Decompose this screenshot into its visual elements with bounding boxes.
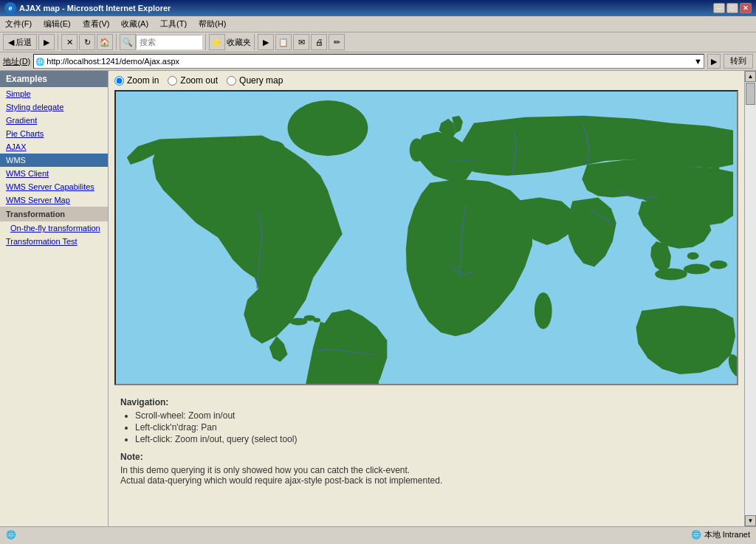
scroll-up-button[interactable]: ▲ xyxy=(745,71,756,82)
back-arrow-icon: ◀ xyxy=(8,38,14,47)
scroll-down-button[interactable]: ▼ xyxy=(745,515,756,526)
print-button[interactable]: 🖨 xyxy=(311,34,327,50)
note-title: Note: xyxy=(120,452,732,462)
main-container: Examples Simple Styling delegate Gradien… xyxy=(0,71,756,526)
sidebar-category-transformation: Transformation xyxy=(0,207,108,221)
zoom-in-label: Zoom in xyxy=(127,75,159,86)
content-scroll-area: Zoom in Zoom out Query map xyxy=(109,71,756,526)
home-button[interactable]: 🏠 xyxy=(97,34,113,50)
sidebar-item-transformation-test[interactable]: Transformation Test xyxy=(0,235,108,248)
query-map-label: Query map xyxy=(239,75,283,86)
title-bar-buttons: ─ □ ✕ xyxy=(713,3,752,13)
scroll-thumb[interactable] xyxy=(746,83,755,105)
go-button[interactable]: 转到 xyxy=(724,54,753,69)
title-bar: e AJAX map - Microsoft Internet Explorer… xyxy=(0,0,756,16)
sidebar-item-wms[interactable]: WMS xyxy=(0,154,108,167)
address-extra-icons: 转到 xyxy=(724,54,753,69)
favorites-label[interactable]: 收藏夹 xyxy=(227,37,251,48)
favorites-icon[interactable]: ⭐ xyxy=(209,34,225,50)
minimize-button[interactable]: ─ xyxy=(713,3,725,13)
zone-icon: 🌐 xyxy=(691,530,701,540)
nav-item-3: Left-click: Zoom in/out, query (select t… xyxy=(135,434,732,444)
navigation-title: Navigation: xyxy=(120,397,732,407)
scroll-track[interactable] xyxy=(745,82,756,515)
toolbar-separator-1 xyxy=(58,34,58,50)
svg-point-10 xyxy=(655,269,687,280)
sidebar-item-on-the-fly[interactable]: On-the-fly transformation xyxy=(0,221,108,235)
world-map-svg xyxy=(116,92,737,384)
zoom-in-radio[interactable] xyxy=(114,76,124,86)
sidebar-header: Examples xyxy=(0,71,108,87)
toolbar-separator-4 xyxy=(254,34,255,50)
content-area: Zoom in Zoom out Query map xyxy=(109,71,744,526)
sidebar: Examples Simple Styling delegate Gradien… xyxy=(0,71,109,526)
page-icon: 🌐 xyxy=(35,58,44,66)
note-section: Note: In this demo querying it is only s… xyxy=(120,452,732,486)
svg-point-6 xyxy=(410,138,425,162)
history-button[interactable]: 📋 xyxy=(275,34,292,50)
menu-tools[interactable]: 工具(T) xyxy=(158,18,189,30)
toolbar-separator-3 xyxy=(205,34,206,50)
world-map[interactable] xyxy=(114,90,738,385)
query-map-option[interactable]: Query map xyxy=(227,75,283,86)
search-input[interactable] xyxy=(136,35,202,49)
sidebar-item-simple[interactable]: Simple xyxy=(0,87,108,100)
title-bar-text: e AJAX map - Microsoft Internet Explorer xyxy=(4,2,171,14)
status-left: 🌐 xyxy=(6,530,19,540)
search-icon: 🔍 xyxy=(120,34,136,50)
navigation-info: Navigation: Scroll-wheel: Zoom in/out Le… xyxy=(109,391,744,492)
dropdown-arrow-icon[interactable]: ▼ xyxy=(694,57,702,66)
sidebar-item-pie-charts[interactable]: Pie Charts xyxy=(0,127,108,140)
zoom-in-option[interactable]: Zoom in xyxy=(114,75,159,86)
toolbar: ◀ 后退 ▶ ✕ ↻ 🏠 🔍 ⭐ 收藏夹 ▶ 📋 ✉ 🖨 ✏ xyxy=(0,32,756,52)
menu-edit[interactable]: 编辑(E) xyxy=(41,18,73,30)
status-icon: 🌐 xyxy=(6,530,16,540)
svg-point-13 xyxy=(687,252,699,260)
scrollbar-right[interactable]: ▲ ▼ xyxy=(744,71,756,526)
status-bar: 🌐 🌐 本地 Intranet xyxy=(0,526,756,543)
toolbar-separator-2 xyxy=(116,34,117,50)
edit-button[interactable]: ✏ xyxy=(329,34,345,50)
sidebar-item-ajax[interactable]: AJAX xyxy=(0,140,108,154)
note-text-2: Actual data-querying which would require… xyxy=(120,475,732,486)
refresh-button[interactable]: ↻ xyxy=(79,34,95,50)
nav-item-2: Left-click'n'drag: Pan xyxy=(135,422,732,433)
navigation-list: Scroll-wheel: Zoom in/out Left-click'n'd… xyxy=(135,410,732,444)
menu-file[interactable]: 文件(F) xyxy=(3,18,34,30)
svg-point-11 xyxy=(684,264,710,275)
go-arrow-icon[interactable]: ▶ xyxy=(707,54,721,69)
menu-bar: 文件(F) 编辑(E) 查看(V) 收藏(A) 工具(T) 帮助(H) xyxy=(0,16,756,32)
menu-help[interactable]: 帮助(H) xyxy=(196,18,228,30)
nav-item-1: Scroll-wheel: Zoom in/out xyxy=(135,410,732,421)
close-button[interactable]: ✕ xyxy=(740,3,752,13)
sidebar-item-wms-server-cap[interactable]: WMS Server Capabilites xyxy=(0,180,108,193)
note-text-1: In this demo querying it is only showed … xyxy=(120,465,732,475)
forward-button[interactable]: ▶ xyxy=(38,34,55,50)
search-group: 🔍 xyxy=(120,34,202,50)
query-map-radio[interactable] xyxy=(227,76,236,86)
svg-point-1 xyxy=(288,100,368,156)
sidebar-item-wms-server-map[interactable]: WMS Server Map xyxy=(0,193,108,207)
back-button[interactable]: ◀ 后退 xyxy=(3,34,37,50)
svg-point-5 xyxy=(313,318,320,323)
sidebar-item-styling-delegate[interactable]: Styling delegate xyxy=(0,100,108,114)
ie-logo: e xyxy=(4,2,16,14)
address-label: 地址(D) xyxy=(3,56,30,67)
media-button[interactable]: ▶ xyxy=(258,34,274,50)
svg-point-7 xyxy=(535,292,552,328)
maximize-button[interactable]: □ xyxy=(726,3,738,13)
svg-point-12 xyxy=(709,261,727,269)
back-label: 后退 xyxy=(16,37,32,48)
sidebar-item-gradient[interactable]: Gradient xyxy=(0,114,108,127)
mail-button[interactable]: ✉ xyxy=(293,34,309,50)
stop-button[interactable]: ✕ xyxy=(61,34,78,50)
zoom-out-option[interactable]: Zoom out xyxy=(168,75,218,86)
status-right: 🌐 本地 Intranet xyxy=(691,529,750,540)
address-bar: 地址(D) 🌐 http://localhost:1241/demo/Ajax.… xyxy=(0,52,756,71)
url-display[interactable]: http://localhost:1241/demo/Ajax.aspx xyxy=(47,57,694,66)
map-controls: Zoom in Zoom out Query map xyxy=(109,71,744,90)
menu-view[interactable]: 查看(V) xyxy=(80,18,112,30)
zoom-out-radio[interactable] xyxy=(168,76,177,86)
menu-favorites[interactable]: 收藏(A) xyxy=(119,18,151,30)
sidebar-item-wms-client[interactable]: WMS Client xyxy=(0,167,108,180)
